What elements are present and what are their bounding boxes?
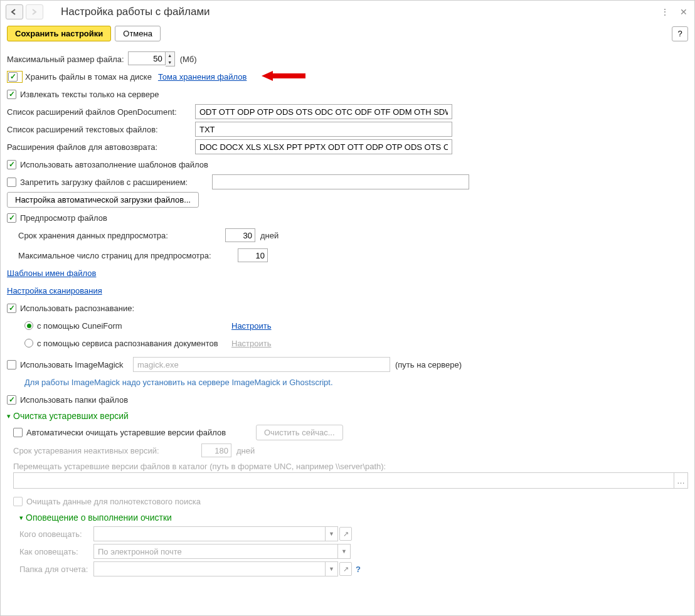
cleanup-now-button[interactable]: Очистить сейчас...	[256, 425, 343, 440]
cleanup-fulltext-checkbox	[13, 497, 23, 506]
window-title: Настройка работы с файлами	[61, 6, 210, 18]
imagemagick-path-hint: (путь на сервере)	[395, 360, 462, 369]
save-button[interactable]: Сохранить настройки	[7, 26, 111, 41]
notify-how-value: По электронной почте	[94, 547, 337, 556]
ocr-cuneiform-radio[interactable]	[24, 321, 33, 330]
store-volumes-checkbox[interactable]	[8, 72, 18, 82]
red-arrow-icon	[262, 71, 305, 83]
cancel-button[interactable]: Отмена	[115, 26, 161, 41]
notify-who-label: Кого оповещать:	[19, 529, 93, 539]
txt-ext-label: Список расширений текстовых файлов:	[7, 125, 195, 134]
forbid-ext-input[interactable]	[212, 174, 469, 189]
autoreturn-ext-label: Расширения файлов для автовозврата:	[7, 142, 195, 152]
notify-how-combo[interactable]: По электронной почте ▼	[93, 544, 351, 559]
notify-folder-combo[interactable]: ▼	[93, 561, 338, 576]
preview-retention-input[interactable]	[225, 228, 255, 242]
notify-how-label: Как оповещать:	[19, 547, 93, 556]
name-templates-link[interactable]: Шаблоны имен файлов	[7, 268, 96, 278]
od-ext-input[interactable]	[195, 104, 452, 119]
max-file-size-label: Максимальный размер файла:	[7, 55, 124, 64]
preview-maxpages-input[interactable]	[238, 248, 268, 262]
ocr-cuneiform-label: с помощью CuneiForm	[37, 321, 231, 331]
cleanup-aging-input	[201, 443, 231, 457]
cleanup-fulltext-label: Очищать данные для полнотекстового поиск…	[26, 497, 201, 506]
dropdown-icon[interactable]: ▼	[325, 527, 337, 541]
ocr-docservice-radio[interactable]	[24, 339, 33, 348]
cleanup-auto-checkbox[interactable]	[13, 428, 23, 437]
chevron-down-icon: ▾	[7, 412, 11, 420]
dropdown-icon[interactable]: ▼	[325, 562, 337, 576]
forbid-ext-checkbox[interactable]	[7, 178, 16, 187]
preview-retention-unit: дней	[260, 231, 279, 240]
scan-settings-link[interactable]: Настройка сканирования	[7, 286, 102, 295]
ocr-cuneiform-configure-link[interactable]: Настроить	[231, 321, 272, 331]
storage-volumes-link[interactable]: Тома хранения файлов	[158, 72, 247, 82]
autofill-templates-label: Использовать автозаполнение шаблонов фай…	[20, 160, 208, 169]
dropdown-icon[interactable]: ▼	[337, 544, 350, 558]
auto-load-settings-button[interactable]: Настройка автоматической загрузки файлов…	[7, 192, 199, 208]
cleanup-auto-label: Автоматически очищать устаревшие версии …	[26, 428, 256, 437]
ocr-docservice-label: с помощью сервиса распознавания документ…	[37, 339, 231, 348]
imagemagick-label: Использовать ImageMagick	[20, 360, 133, 369]
cleanup-aging-label: Срок устаревания неактивных версий:	[13, 446, 201, 455]
preview-maxpages-label: Максимальное число страниц для предпросм…	[18, 251, 238, 260]
cleanup-section-title: Очистка устаревших версий	[13, 411, 129, 421]
extract-server-checkbox[interactable]	[7, 90, 16, 99]
max-file-size-unit: (Мб)	[180, 55, 197, 64]
notify-who-open-button[interactable]: ↗	[339, 527, 352, 541]
arrow-left-icon	[11, 9, 18, 15]
notify-who-combo[interactable]: ▼	[93, 526, 338, 541]
extract-server-label: Извлекать тексты только на сервере	[20, 90, 159, 99]
spinner-up-icon[interactable]: ▲	[166, 52, 174, 59]
toolbar: Сохранить настройки Отмена ?	[1, 23, 694, 45]
autofill-templates-checkbox[interactable]	[7, 160, 16, 169]
cleanup-move-label: Перемещать устаревшие версии файлов в ка…	[13, 462, 688, 471]
max-file-size-input[interactable]	[128, 51, 166, 65]
imagemagick-info: Для работы ImageMagick надо установить н…	[24, 378, 333, 387]
ocr-checkbox[interactable]	[7, 304, 16, 313]
preview-label: Предпросмотр файлов	[20, 213, 107, 223]
notify-section-title: Оповещение о выполнении очистки	[26, 512, 172, 523]
preview-retention-label: Срок хранения данных предпросмотра:	[18, 231, 225, 240]
cleanup-move-path-input	[13, 472, 674, 489]
titlebar: Настройка работы с файлами ⋮ ✕	[1, 1, 694, 23]
ocr-docservice-configure-link: Настроить	[231, 339, 272, 348]
use-folders-checkbox[interactable]	[7, 395, 16, 405]
close-icon[interactable]: ✕	[678, 7, 689, 17]
notify-folder-open-button[interactable]: ↗	[339, 562, 352, 576]
notify-help-icon[interactable]: ?	[356, 565, 361, 574]
arrow-right-icon	[31, 9, 38, 15]
txt-ext-input[interactable]	[195, 122, 452, 137]
imagemagick-checkbox[interactable]	[7, 360, 16, 369]
cleanup-section-header[interactable]: ▾ Очистка устаревших версий	[7, 411, 688, 421]
help-button[interactable]: ?	[672, 26, 688, 41]
spinner-down-icon[interactable]: ▼	[166, 59, 174, 66]
use-folders-label: Использовать папки файлов	[20, 395, 128, 405]
ocr-label: Использовать распознавание:	[20, 304, 134, 313]
chevron-down-icon: ▾	[19, 514, 23, 522]
autoreturn-ext-input[interactable]	[195, 139, 452, 154]
notify-folder-label: Папка для отчета:	[19, 565, 93, 574]
imagemagick-path-input	[133, 357, 390, 372]
nav-back-button[interactable]	[6, 4, 23, 19]
od-ext-label: Список расширений файлов OpenDocument:	[7, 107, 195, 117]
nav-forward-button[interactable]	[26, 4, 43, 19]
more-icon[interactable]: ⋮	[659, 7, 671, 17]
svg-marker-0	[262, 71, 305, 81]
forbid-ext-label: Запретить загрузку файлов с расширением:	[20, 178, 212, 187]
store-volumes-label: Хранить файлы в томах на диске	[25, 72, 152, 82]
cleanup-browse-button[interactable]: …	[674, 472, 688, 489]
preview-checkbox[interactable]	[7, 213, 16, 223]
notify-section-header[interactable]: ▾ Оповещение о выполнении очистки	[7, 512, 688, 523]
cleanup-aging-unit: дней	[236, 446, 255, 455]
